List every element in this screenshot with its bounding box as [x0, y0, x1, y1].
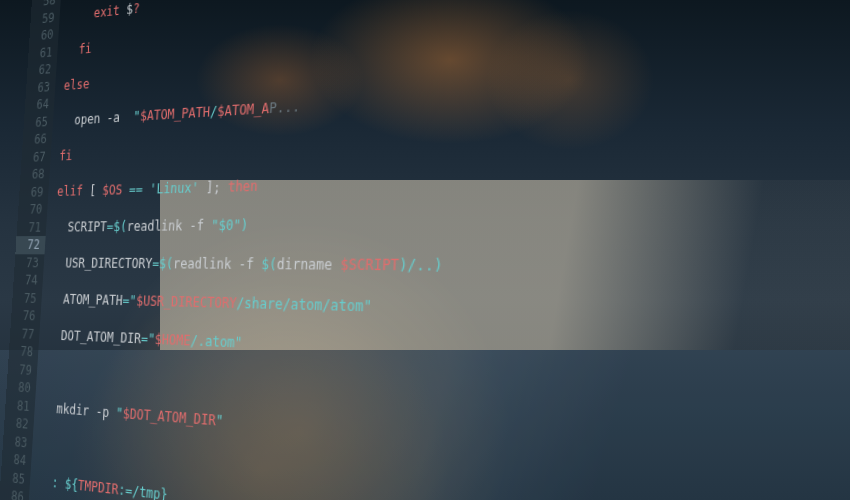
code-line: SCRIPT=$(readlink -f "$0")	[54, 202, 850, 236]
line-number: 66	[22, 130, 47, 149]
line-number: 63	[26, 78, 51, 97]
line-number: 62	[27, 61, 52, 80]
line-number: 72	[15, 236, 45, 254]
line-number: 86	[0, 486, 24, 500]
line-number: 77	[10, 324, 35, 343]
line-number: 69	[19, 183, 44, 201]
line-number: 60	[29, 26, 54, 46]
line-number: 75	[12, 289, 37, 307]
line-number: 73	[14, 254, 39, 272]
line-number: 65	[23, 113, 48, 132]
line-number: 71	[17, 218, 42, 236]
line-number: 79	[7, 360, 32, 379]
line-number: 76	[11, 307, 36, 326]
line-number: 78	[8, 342, 33, 361]
line-number: 74	[13, 271, 38, 289]
line-number: 80	[6, 378, 31, 398]
code-line: USR_DIRECTORY=$(readlink -f $(dirname $S…	[52, 254, 850, 283]
line-number: 70	[18, 201, 43, 219]
code-editor: 5859606162636465666768697071727374757677…	[0, 0, 850, 500]
line-number: 64	[25, 95, 50, 114]
code-area: exit $? fi else open -a "$ATOM_PATH/$ATO…	[27, 0, 850, 500]
line-number: 82	[4, 414, 29, 434]
line-number: 68	[20, 165, 45, 183]
line-number: 67	[21, 148, 46, 167]
line-number: 81	[5, 396, 30, 416]
line-number: 83	[3, 432, 28, 452]
